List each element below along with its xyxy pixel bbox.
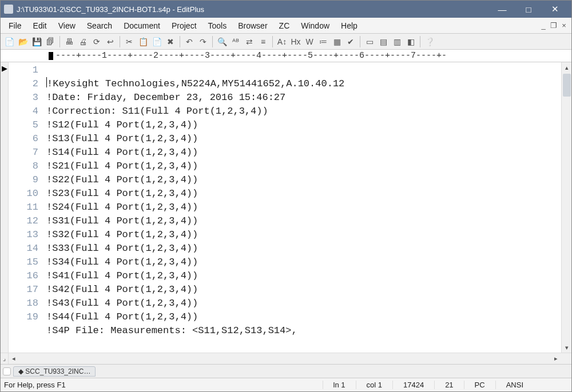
document-tabstrip: ◆ SCC_TU933_2INC… bbox=[1, 364, 571, 378]
save-all-icon[interactable]: 🗐 bbox=[44, 35, 57, 48]
menu-tools[interactable]: Tools bbox=[202, 19, 233, 32]
status-chars: 17424 bbox=[392, 381, 434, 389]
close-button[interactable]: ✕ bbox=[542, 1, 568, 18]
scroll-down-icon[interactable]: ▾ bbox=[562, 342, 571, 353]
panel3-icon[interactable]: ▥ bbox=[391, 35, 403, 48]
mdi-minimize-button[interactable]: _ bbox=[538, 21, 549, 30]
line-number: 2 bbox=[9, 77, 38, 91]
line-number: 13 bbox=[9, 228, 38, 242]
panel1-icon[interactable]: ▭ bbox=[363, 35, 376, 48]
menu-search[interactable]: Search bbox=[81, 19, 118, 32]
mdi-restore-button[interactable]: ❐ bbox=[549, 21, 559, 30]
cut-icon[interactable]: ✂ bbox=[123, 35, 136, 48]
grid-icon[interactable]: ▦ bbox=[331, 35, 343, 48]
hex-icon[interactable]: Hx bbox=[289, 35, 302, 48]
status-encoding: ANSI bbox=[495, 381, 534, 389]
line-number: 6 bbox=[9, 132, 38, 146]
code-editor[interactable]: !Keysight Technologies,N5224A,MY51441652… bbox=[42, 62, 561, 353]
horizontal-scrollbar[interactable]: ⌟ ◂ ▸ bbox=[1, 353, 571, 364]
line-number: 7 bbox=[9, 146, 38, 159]
line-number: 5 bbox=[9, 118, 38, 132]
code-line: !S42(Full 4 Port(1,2,3,4)) bbox=[46, 284, 198, 295]
code-line: !Date: Friday, December 23, 2016 15:46:2… bbox=[46, 92, 285, 103]
line-number-gutter: 1 2 3 4 5 6 7 8 9 10 11 12 13 14 15 16 1… bbox=[9, 62, 42, 353]
menu-view[interactable]: View bbox=[53, 19, 81, 32]
menubar: File Edit View Search Document Project T… bbox=[1, 18, 571, 34]
wordwrap-icon[interactable]: W bbox=[303, 35, 316, 48]
scroll-left-icon[interactable]: ◂ bbox=[9, 355, 19, 362]
ruler-caret-icon bbox=[49, 52, 53, 60]
reload-icon[interactable]: ⟳ bbox=[90, 35, 103, 48]
goto-icon[interactable]: ⇄ bbox=[243, 35, 256, 48]
indent-icon[interactable]: ≡ bbox=[257, 35, 269, 48]
titlebar: J:\TU933\01-2\SCC_TU933_2INCH-BOT1.s4p -… bbox=[1, 1, 571, 18]
copy-icon[interactable]: 📋 bbox=[137, 35, 149, 48]
ruler-scale: ----+----1----+----2----+----3----+----4… bbox=[55, 51, 447, 61]
print-preview-icon[interactable]: 🖨 bbox=[77, 35, 89, 48]
split-handle-icon[interactable]: ⌟ bbox=[1, 353, 9, 364]
status-column: col 1 bbox=[356, 381, 392, 389]
status-eol: PC bbox=[464, 381, 495, 389]
scroll-up-icon[interactable]: ▴ bbox=[562, 62, 571, 73]
code-line: !S44(Full 4 Port(1,2,3,4)) bbox=[46, 311, 198, 322]
panel2-icon[interactable]: ▤ bbox=[377, 35, 390, 48]
code-line: !Correction: S11(Full 4 Port(1,2,3,4)) bbox=[46, 106, 268, 117]
code-line: !S33(Full 4 Port(1,2,3,4)) bbox=[46, 243, 198, 254]
editor-area: ▶ 1 2 3 4 5 6 7 8 9 10 11 12 13 14 15 16… bbox=[1, 62, 571, 353]
menu-browser[interactable]: Browser bbox=[232, 19, 273, 32]
marker-gutter: ▶ bbox=[1, 62, 9, 353]
print-icon[interactable]: 🖶 bbox=[63, 35, 76, 48]
statusbar: For Help, press F1 ln 1 col 1 17424 21 P… bbox=[1, 378, 571, 391]
code-line: !S23(Full 4 Port(1,2,3,4)) bbox=[46, 188, 198, 199]
redo-icon[interactable]: ↷ bbox=[197, 35, 209, 48]
toolbar: 📄 📂 💾 🗐 🖶 🖨 ⟳ ↩ ✂ 📋 📄 ✖ ↶ ↷ 🔍 ᴬᴮ ⇄ ≡ A↕ … bbox=[1, 34, 571, 50]
line-number: 9 bbox=[9, 173, 38, 187]
status-lines: 21 bbox=[434, 381, 463, 389]
menu-window[interactable]: Window bbox=[295, 19, 335, 32]
maximize-button[interactable]: □ bbox=[515, 1, 542, 18]
paste-icon[interactable]: 📄 bbox=[150, 35, 163, 48]
menu-edit[interactable]: Edit bbox=[27, 19, 53, 32]
undo-typing-icon[interactable]: ↩ bbox=[104, 35, 117, 48]
scroll-right-icon[interactable]: ▸ bbox=[551, 355, 561, 362]
menu-file[interactable]: File bbox=[3, 19, 27, 32]
menu-help[interactable]: Help bbox=[335, 19, 363, 32]
spellcheck-icon[interactable]: ✔ bbox=[344, 35, 357, 48]
line-number: 8 bbox=[9, 159, 38, 173]
delete-icon[interactable]: ✖ bbox=[164, 35, 177, 48]
list-icon[interactable]: ≔ bbox=[317, 35, 329, 48]
menu-zc[interactable]: ZC bbox=[273, 19, 296, 32]
open-file-icon[interactable]: 📂 bbox=[17, 35, 29, 48]
font-size-icon[interactable]: A↕ bbox=[276, 35, 288, 48]
menu-document[interactable]: Document bbox=[118, 19, 166, 32]
tab-list-button[interactable] bbox=[3, 367, 11, 375]
mdi-close-button[interactable]: × bbox=[559, 21, 569, 30]
line-number: 4 bbox=[9, 105, 38, 118]
code-line: !S21(Full 4 Port(1,2,3,4)) bbox=[46, 161, 198, 171]
code-line: !S14(Full 4 Port(1,2,3,4)) bbox=[46, 147, 198, 158]
help-icon[interactable]: ❔ bbox=[423, 35, 436, 48]
code-line: !S12(Full 4 Port(1,2,3,4)) bbox=[46, 119, 198, 130]
document-tab-active[interactable]: ◆ SCC_TU933_2INC… bbox=[13, 366, 96, 377]
save-icon[interactable]: 💾 bbox=[30, 35, 43, 48]
undo-icon[interactable]: ↶ bbox=[183, 35, 196, 48]
line-number: 18 bbox=[9, 297, 38, 310]
status-hint: For Help, press F1 bbox=[4, 381, 198, 389]
replace-icon[interactable]: ᴬᴮ bbox=[229, 35, 242, 48]
line-number: 1 bbox=[9, 63, 38, 77]
hscroll-track[interactable] bbox=[19, 356, 551, 362]
line-number: 3 bbox=[9, 91, 38, 105]
find-icon[interactable]: 🔍 bbox=[216, 35, 228, 48]
minimize-button[interactable]: — bbox=[489, 1, 515, 18]
code-line: !S22(Full 4 Port(1,2,3,4)) bbox=[46, 174, 198, 185]
line-number: 12 bbox=[9, 214, 38, 228]
ruler: ----+----1----+----2----+----3----+----4… bbox=[1, 50, 571, 62]
scroll-thumb[interactable] bbox=[563, 74, 571, 97]
code-line: !S32(Full 4 Port(1,2,3,4)) bbox=[46, 229, 198, 240]
new-file-icon[interactable]: 📄 bbox=[3, 35, 15, 48]
panel4-icon[interactable]: ◧ bbox=[404, 35, 417, 48]
code-line: !S41(Full 4 Port(1,2,3,4)) bbox=[46, 270, 198, 281]
menu-project[interactable]: Project bbox=[166, 19, 202, 32]
code-line: !S31(Full 4 Port(1,2,3,4)) bbox=[46, 215, 198, 226]
vertical-scrollbar[interactable]: ▴ ▾ bbox=[561, 62, 571, 353]
